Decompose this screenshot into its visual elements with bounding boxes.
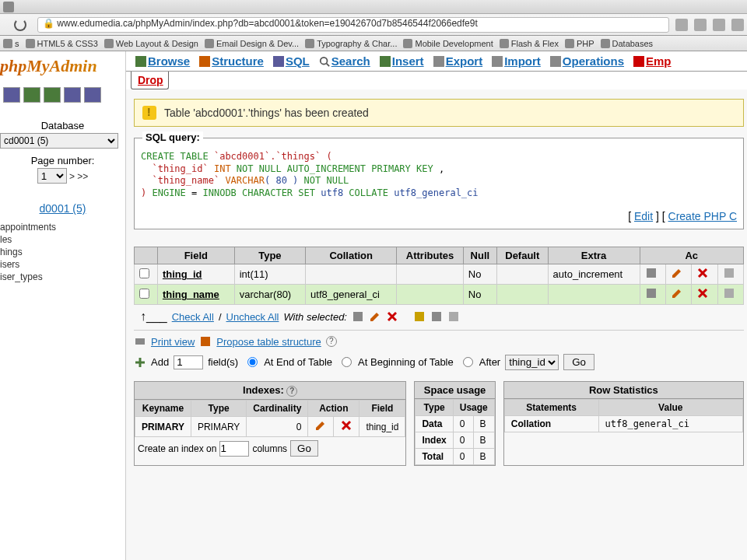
tab-drop[interactable]: Drop (131, 72, 169, 89)
svg-rect-25 (449, 312, 458, 321)
tab-emp[interactable]: Emp (629, 51, 676, 71)
reload-icon[interactable] (14, 19, 26, 31)
idx-edit-icon[interactable] (308, 417, 334, 437)
after-field-select[interactable]: thing_id (505, 355, 559, 370)
edit-sel-icon[interactable] (369, 310, 381, 323)
arrow-up-icon: ↑___ (140, 310, 167, 324)
sidebar: phpMyAdmin Database cd0001 (5) Page numb… (0, 51, 126, 560)
table-list: appointments les hings isers iser_types (0, 219, 125, 283)
docs-icon[interactable] (64, 87, 81, 103)
pos-begin-radio[interactable] (342, 357, 352, 367)
pos-after-radio[interactable] (463, 357, 473, 367)
table-item[interactable]: les (0, 233, 125, 246)
browse-sel-icon[interactable] (352, 310, 364, 323)
menu-icon[interactable] (731, 19, 744, 31)
idx-drop-icon[interactable] (334, 417, 359, 437)
propose-link[interactable]: Propose table structure (216, 336, 321, 348)
sql-text: CREATE TABLE `abcd0001`.`things` ( `thin… (141, 151, 737, 199)
ext-icon[interactable] (675, 19, 688, 31)
tab-import[interactable]: Import (487, 51, 545, 71)
ext-icon[interactable] (694, 19, 707, 31)
browse-icon[interactable] (640, 285, 665, 305)
drop-sel-icon[interactable] (386, 310, 398, 323)
info-icon (142, 106, 156, 120)
drop-icon[interactable] (692, 264, 717, 285)
primary-sel-icon[interactable] (413, 310, 426, 323)
tab-structure[interactable]: Structure (195, 51, 268, 71)
bookmark-item[interactable]: Mobile Development (403, 39, 493, 48)
bookmark-item[interactable]: HTML5 & CSS3 (26, 39, 98, 48)
bookmark-item[interactable]: Typography & Char... (305, 39, 397, 48)
tab-icon (3, 2, 14, 12)
sql-icon[interactable] (44, 87, 61, 103)
bookmark-item[interactable]: Databases (601, 39, 654, 48)
message-text: Table 'abcd0001'.'things' has been creat… (164, 107, 369, 119)
tab-bar: Browse Structure SQL Search Insert Expor… (126, 51, 747, 72)
tab-operations[interactable]: Operations (545, 51, 629, 71)
print-icon (134, 335, 146, 348)
url-input[interactable]: 🔒 www.edumedia.ca/phpMyAdmin/index.php?d… (37, 17, 669, 33)
db-select[interactable]: cd0001 (5) (0, 133, 118, 149)
ext-icon[interactable] (713, 19, 725, 31)
bookmark-item[interactable]: Email Design & Dev... (205, 39, 299, 48)
svg-rect-15 (724, 268, 734, 278)
more-icon[interactable] (717, 264, 743, 285)
url-bar: 🔒 www.edumedia.ca/phpMyAdmin/index.php?d… (0, 14, 747, 36)
svg-rect-1 (199, 56, 210, 67)
main: Browse Structure SQL Search Insert Expor… (126, 51, 747, 560)
tab-export[interactable]: Export (429, 51, 488, 71)
edit-icon[interactable] (665, 264, 691, 285)
indexes-panel: Indexes: ? Keyname Type Cardinality Acti… (134, 381, 406, 466)
col-action: Ac (640, 247, 743, 264)
create-php-link[interactable]: Create PHP C (668, 210, 737, 222)
idx-go-button[interactable]: Go (290, 440, 318, 457)
row-check[interactable] (139, 268, 149, 278)
pager-next[interactable]: > >> (69, 171, 88, 182)
exit-icon[interactable] (23, 87, 40, 103)
svg-rect-12 (647, 268, 656, 278)
table-item[interactable]: appointments (0, 221, 125, 233)
unique-sel-icon[interactable] (430, 310, 443, 323)
bookmark-item[interactable]: s (3, 39, 19, 48)
browse-icon[interactable] (640, 264, 665, 285)
bookmark-item[interactable]: PHP (565, 39, 594, 48)
index-sel-icon[interactable] (447, 310, 460, 323)
tab-browse[interactable]: Browse (131, 51, 195, 71)
tool-row-1: Print view Propose table structure ? (134, 332, 744, 351)
edit-icon[interactable] (665, 285, 691, 305)
table-item[interactable]: isers (0, 258, 125, 271)
field-link[interactable]: thing_id (163, 268, 202, 280)
more-icon[interactable] (717, 285, 743, 305)
row-check[interactable] (139, 289, 149, 299)
svg-rect-27 (201, 337, 210, 346)
pos-end-radio[interactable] (247, 357, 258, 367)
tab-sql[interactable]: SQL (268, 51, 314, 71)
col-attrs: Attributes (397, 247, 464, 264)
bookmark-item[interactable]: Flash & Flex (500, 39, 559, 48)
help-icon[interactable] (84, 87, 101, 103)
add-count-input[interactable] (174, 355, 203, 369)
table-item[interactable]: hings (0, 246, 125, 258)
bookmark-item[interactable]: Web Layout & Design (104, 39, 198, 48)
col-type: Type (234, 247, 305, 264)
print-view-link[interactable]: Print view (151, 336, 195, 348)
home-icon[interactable] (3, 87, 20, 103)
drop-icon[interactable] (692, 285, 717, 305)
edit-link[interactable]: Edit (634, 210, 653, 222)
col-field: Field (157, 247, 234, 264)
tab-insert[interactable]: Insert (375, 51, 429, 71)
field-link[interactable]: thing_name (163, 289, 219, 300)
db-link[interactable]: d0001 (5) (0, 202, 125, 215)
col-collation: Collation (306, 247, 397, 264)
help-icon[interactable]: ? (286, 386, 297, 397)
check-all-link[interactable]: Check All (172, 311, 214, 323)
svg-rect-5 (380, 56, 391, 67)
table-item[interactable]: iser_types (0, 271, 125, 283)
tab-search[interactable]: Search (314, 51, 375, 71)
fields-label: field(s) (208, 356, 238, 368)
help-icon[interactable]: ? (326, 336, 337, 347)
page-select[interactable]: 1 (37, 168, 67, 184)
go-button[interactable]: Go (563, 354, 594, 370)
uncheck-all-link[interactable]: Uncheck All (226, 311, 279, 323)
idx-cols-input[interactable] (219, 441, 249, 457)
